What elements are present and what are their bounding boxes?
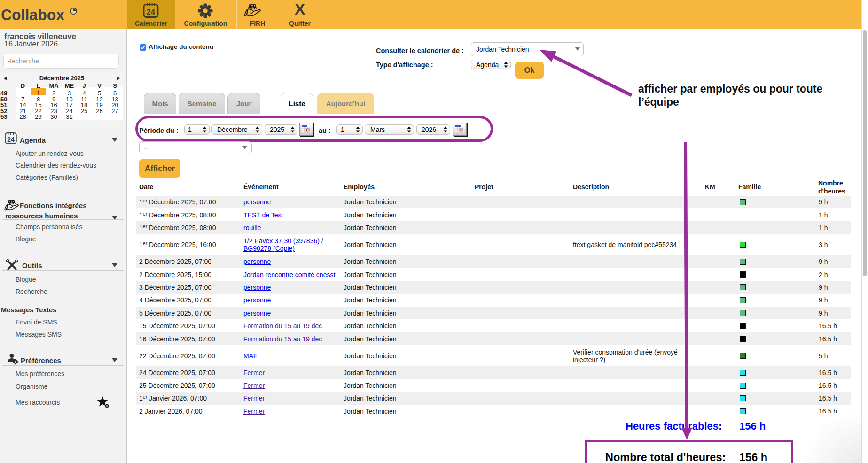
svg-text:24: 24 [7,136,15,143]
svg-text:24: 24 [147,8,155,16]
